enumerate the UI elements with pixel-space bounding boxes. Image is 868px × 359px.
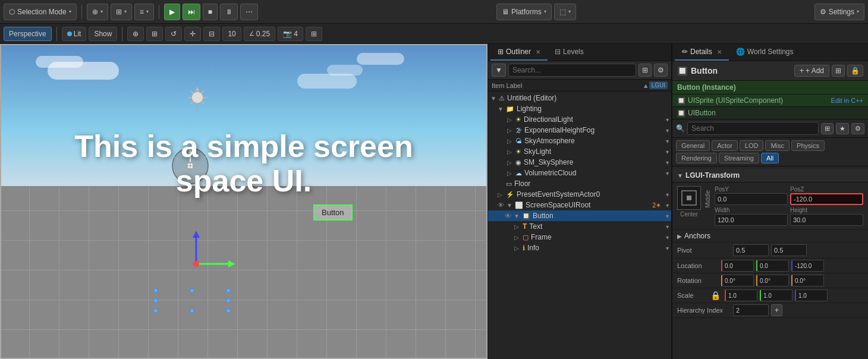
viewport[interactable]: This is a simple screen space UI. Button bbox=[0, 44, 488, 359]
filter-lod[interactable]: LOD bbox=[740, 140, 764, 151]
tree-item-sm-sky[interactable]: ▷ ◉ SM_SkySphere ▾ bbox=[488, 157, 671, 168]
move-btn[interactable]: ✛ bbox=[184, 27, 201, 41]
middle-label-container: Middle bbox=[705, 186, 711, 210]
posz-input[interactable] bbox=[790, 193, 863, 205]
outliner-search[interactable] bbox=[508, 64, 636, 77]
filter-all[interactable]: All bbox=[761, 153, 779, 163]
posz-group: PosZ bbox=[790, 186, 863, 205]
tree-item-lighting[interactable]: ▼ 📁 Lighting bbox=[488, 103, 671, 114]
stop-button[interactable]: ■ bbox=[203, 4, 218, 20]
eye-button[interactable]: 👁 bbox=[505, 212, 511, 219]
outliner-close[interactable]: ✕ bbox=[536, 49, 540, 55]
scale-row: Scale 🔒 1.0 1.0 1.0 bbox=[672, 288, 868, 303]
filter-actor[interactable]: Actor bbox=[712, 140, 738, 151]
add-actor-button[interactable]: ⊕ ▾ bbox=[87, 4, 108, 20]
star-btn[interactable]: ★ bbox=[836, 123, 849, 134]
outliner-settings-btn[interactable]: ⚙ bbox=[654, 64, 668, 77]
outliner-tab-label: Outliner bbox=[506, 48, 531, 56]
tree-item-button[interactable]: 👁 ▼ 🔲 Button ▾ bbox=[488, 210, 671, 221]
details-search-input[interactable] bbox=[687, 122, 819, 135]
handle-tr[interactable] bbox=[226, 288, 231, 293]
tree-item-directional[interactable]: ▷ ☀ DirectionalLight ▾ bbox=[488, 114, 671, 125]
tree-item-info[interactable]: ▷ ℹ Info ▾ bbox=[488, 243, 671, 253]
middle-label: Middle bbox=[705, 190, 711, 207]
lock-scale-icon[interactable]: 🔒 bbox=[710, 291, 721, 300]
badge-screen-root: 2☀ bbox=[652, 202, 661, 209]
handle-bc[interactable] bbox=[190, 308, 194, 313]
cam-btn[interactable]: 📷 4 bbox=[278, 27, 303, 41]
tab-world-settings[interactable]: 🌐 World Settings bbox=[729, 44, 801, 61]
build-button[interactable]: ⬚ ▾ bbox=[554, 4, 576, 20]
posy-input[interactable] bbox=[715, 193, 788, 205]
play-next-button[interactable]: ⏭ bbox=[183, 4, 200, 20]
selection-mode-button[interactable]: ⬡ Selection Mode ▾ bbox=[4, 4, 77, 20]
grid-icon-btn[interactable]: ⊟ bbox=[203, 27, 220, 41]
details-title: Button bbox=[691, 66, 791, 75]
tab-details[interactable]: ✏ Details ✕ bbox=[675, 44, 729, 61]
outliner-view-btn[interactable]: ⊞ bbox=[639, 64, 652, 77]
filter-misc[interactable]: Misc bbox=[765, 140, 790, 151]
tree-item-screen-root[interactable]: 👁 ▼ ⬜ ScreenSpaceUIRoot 2☀ ▾ bbox=[488, 200, 671, 210]
details-close[interactable]: ✕ bbox=[717, 49, 722, 55]
handle-bl[interactable] bbox=[153, 308, 158, 313]
rotate-btn[interactable]: ↺ bbox=[165, 27, 182, 41]
handle-br[interactable] bbox=[226, 308, 231, 313]
tree-item-text[interactable]: ▷ T Text ▾ bbox=[488, 221, 671, 232]
handle-tl[interactable] bbox=[153, 288, 158, 293]
pivot-x-input[interactable] bbox=[733, 244, 769, 256]
uisprite-row[interactable]: 🔲 UISprite (UISpriteComponent) Edit in C… bbox=[672, 95, 868, 107]
width-input[interactable] bbox=[715, 214, 788, 226]
sequence-arrow: ▾ bbox=[146, 9, 149, 14]
tree-item-skylight[interactable]: ▷ ☀ SkyLight ▾ bbox=[488, 146, 671, 157]
uibutton-row[interactable]: 🔲 UIButton bbox=[672, 107, 868, 119]
hierarchy-index-input[interactable] bbox=[733, 304, 769, 316]
pivot-y-input[interactable] bbox=[771, 244, 807, 256]
transform-center-icon[interactable] bbox=[677, 186, 701, 210]
angle-btn[interactable]: ∠ 0.25 bbox=[244, 27, 275, 41]
edit-cpp-link[interactable]: Edit in C++ bbox=[831, 97, 863, 104]
filter-general[interactable]: General bbox=[676, 140, 710, 151]
grid-overlay-btn[interactable]: ⊞ bbox=[306, 27, 322, 41]
hierarchy-plus-btn[interactable]: + bbox=[771, 304, 782, 316]
tree-item-untitled[interactable]: ▼ ⚠ Untitled (Editor) bbox=[488, 93, 671, 103]
tree-item-floor[interactable]: ▭ Floor bbox=[488, 178, 671, 189]
filter-rendering[interactable]: Rendering bbox=[676, 153, 717, 163]
tree-item-frame[interactable]: ▷ ▢ Frame ▾ bbox=[488, 232, 671, 243]
layout-button[interactable]: ⊞ ▾ bbox=[111, 4, 132, 20]
filter-streaming[interactable]: Streaming bbox=[719, 153, 759, 163]
perspective-button[interactable]: Perspective bbox=[4, 27, 52, 41]
handle-tc[interactable] bbox=[190, 288, 194, 293]
lit-button[interactable]: Lit bbox=[62, 27, 87, 41]
handle-ml[interactable] bbox=[153, 298, 158, 303]
tree-item-vol-cloud[interactable]: ▷ ☁ VolumetricCloud ▾ bbox=[488, 168, 671, 178]
filter-physics[interactable]: Physics bbox=[791, 140, 825, 151]
height-input[interactable] bbox=[790, 214, 863, 226]
eye-screen-root[interactable]: 👁 bbox=[498, 201, 504, 209]
play-button[interactable]: ▶ bbox=[164, 4, 180, 20]
button-widget[interactable]: Button bbox=[313, 204, 353, 221]
tab-levels[interactable]: ⊟ Levels bbox=[548, 44, 591, 61]
settings-button[interactable]: ⚙ Settings ▾ bbox=[814, 4, 864, 20]
tab-outliner[interactable]: ⊞ Outliner ✕ bbox=[490, 44, 548, 61]
platforms-button[interactable]: 🖥 Platforms ▾ bbox=[496, 4, 552, 20]
anchors-row[interactable]: ▶ Anchors bbox=[672, 230, 868, 243]
label-skylight: SkyLight bbox=[524, 147, 663, 156]
tree-item-sky-atm[interactable]: ▷ 🌤 SkyAtmosphere ▾ bbox=[488, 136, 671, 146]
grid-size-btn[interactable]: 10 bbox=[222, 27, 241, 41]
snap-btn[interactable]: ⊞ bbox=[146, 27, 163, 41]
outliner-filter-btn[interactable]: ▼ bbox=[492, 64, 506, 77]
show-button[interactable]: Show bbox=[89, 27, 117, 41]
details-settings-btn[interactable]: ⚙ bbox=[851, 123, 864, 134]
tree-item-event[interactable]: ▷ ⚡ PresetEventSystemActor0 ▾ bbox=[488, 189, 671, 200]
section-lgui-transform[interactable]: ▼ LGUI-Transform bbox=[672, 169, 868, 182]
layout-toggle-btn[interactable]: ⊞ bbox=[832, 65, 845, 77]
tree-item-fog[interactable]: ▷ 🌫 ExponentialHeightFog ▾ bbox=[488, 125, 671, 136]
sequence-button[interactable]: ≡ ▾ bbox=[134, 4, 154, 20]
transform-btn[interactable]: ⊕ bbox=[127, 27, 144, 41]
pause-button[interactable]: ⏸ bbox=[220, 4, 238, 20]
handle-mr[interactable] bbox=[226, 298, 231, 303]
more-button[interactable]: ⋯ bbox=[240, 4, 258, 20]
table-view-btn[interactable]: ⊞ bbox=[821, 123, 834, 134]
add-component-btn[interactable]: + + Add bbox=[794, 65, 829, 77]
lock-btn[interactable]: 🔒 bbox=[847, 65, 863, 77]
